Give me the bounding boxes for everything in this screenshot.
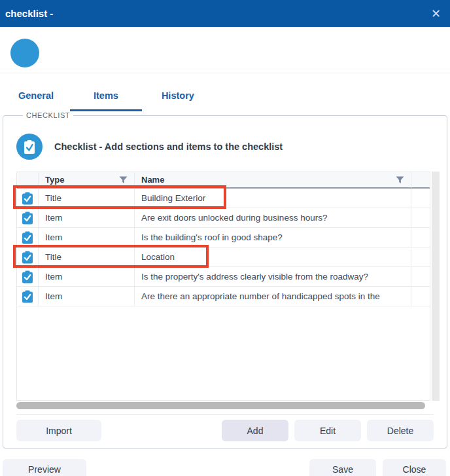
tab-bar: General Items History (0, 73, 450, 111)
checklist-table: Type Name Title B (16, 172, 434, 409)
cell-name: Are exit doors unlocked during business … (135, 208, 411, 228)
import-button[interactable]: Import (16, 420, 101, 441)
table-row[interactable]: Item Are exit doors unlocked during busi… (17, 208, 430, 228)
header-cell-icon (17, 172, 39, 189)
delete-button[interactable]: Delete (367, 420, 434, 441)
cell-type: Item (39, 228, 135, 247)
close-icon[interactable]: ✕ (431, 8, 441, 20)
table-row[interactable]: Item Is the building's roof in good shap… (17, 228, 430, 247)
checklist-section: CHECKLIST Checklist - Add sections and i… (3, 111, 447, 449)
table-empty-area (16, 306, 430, 401)
clipboard-check-icon (17, 267, 39, 287)
tab-history[interactable]: History (162, 90, 194, 111)
edit-button[interactable]: Edit (294, 420, 361, 441)
cell-type: Title (39, 247, 135, 267)
header-cell-type[interactable]: Type (39, 172, 135, 189)
cell-type: Item (39, 267, 135, 287)
avatar-strip (0, 27, 450, 73)
table-grid: Type Name Title B (16, 172, 430, 306)
clipboard-check-icon (17, 208, 39, 228)
cell-type: Title (39, 189, 135, 208)
cell-type: Item (39, 287, 135, 306)
filter-funnel-icon[interactable] (119, 176, 128, 184)
clipboard-check-icon (17, 247, 39, 267)
clipboard-check-icon (17, 287, 39, 306)
avatar (10, 39, 39, 67)
save-button[interactable]: Save (309, 459, 376, 476)
cell-type: Item (39, 208, 135, 228)
section-header: Checklist - Add sections and items to th… (16, 134, 434, 160)
clipboard-check-icon (17, 228, 39, 247)
table-row[interactable]: Title Building Exterior (17, 189, 430, 208)
horizontal-scrollbar-thumb[interactable] (16, 402, 425, 409)
cell-name: Building Exterior (135, 189, 411, 208)
dialog-titlebar: checklist - ✕ (0, 0, 450, 27)
preview-button[interactable]: Preview (3, 459, 86, 476)
tab-general[interactable]: General (18, 90, 54, 111)
table-row[interactable]: Item Is the property's address clearly v… (17, 267, 430, 287)
horizontal-scrollbar[interactable] (16, 402, 430, 409)
table-button-row: Import Add Edit Delete (16, 414, 434, 448)
checklist-legend: CHECKLIST (23, 111, 73, 119)
cell-name: Is the property's address clearly visibl… (135, 267, 411, 287)
table-row[interactable]: Item Are there an appropriate number of … (17, 287, 430, 306)
tab-items[interactable]: Items (70, 90, 142, 111)
header-cell-name[interactable]: Name (135, 172, 411, 189)
clipboard-check-icon (16, 134, 43, 160)
table-row[interactable]: Title Location (17, 247, 430, 267)
vertical-scrollbar[interactable] (432, 172, 440, 401)
dialog-title: checklist - (5, 8, 53, 19)
add-button[interactable]: Add (222, 420, 288, 441)
table-header-row: Type Name (17, 172, 430, 189)
filter-funnel-icon[interactable] (396, 176, 404, 184)
cell-name: Is the building's roof in good shape? (135, 228, 411, 247)
clipboard-check-icon (17, 189, 39, 208)
cell-name: Location (135, 247, 411, 267)
section-title: Checklist - Add sections and items to th… (54, 141, 283, 152)
cell-name: Are there an appropriate number of handi… (135, 287, 411, 306)
dialog-footer: Preview Save Close (3, 459, 446, 476)
close-button[interactable]: Close (383, 459, 446, 476)
header-cell-extra (411, 172, 430, 189)
